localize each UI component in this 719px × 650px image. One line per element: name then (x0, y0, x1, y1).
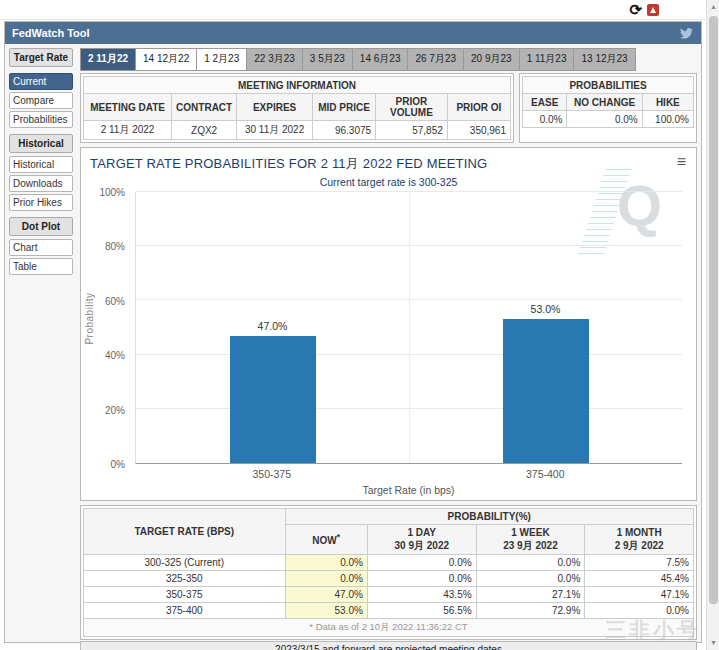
tab-meeting-7[interactable]: 20 9月23 (464, 48, 520, 71)
week-value: 27.1% (476, 587, 585, 603)
sidebar-header-dot-plot: Dot Plot (9, 217, 73, 236)
col-1day: 1 DAY30 9月 2022 (367, 525, 476, 555)
meeting-information-panel: MEETING INFORMATION MEETING DATE CONTRAC… (80, 73, 514, 143)
week-value: 72.9% (476, 603, 585, 619)
x-axis-labels: 350-375375-400 (135, 468, 682, 481)
col-1week: 1 WEEK23 9月 2022 (476, 525, 585, 555)
sidebar-item-historical[interactable]: Historical (9, 156, 73, 173)
refresh-icon[interactable]: ⟳ (629, 1, 642, 19)
y-tick-label: 40% (105, 350, 125, 361)
y-tick-label: 80% (105, 241, 125, 252)
no-change-value: 0.0% (567, 111, 642, 128)
contract-value: ZQX2 (172, 121, 237, 140)
sidebar-item-current[interactable]: Current (9, 73, 73, 90)
tab-meeting-2[interactable]: 1 2月23 (197, 48, 247, 71)
tab-meeting-5[interactable]: 14 6月23 (353, 48, 409, 71)
tab-meeting-4[interactable]: 3 5月23 (303, 48, 353, 71)
scroll-up-icon[interactable]: ▲ (707, 0, 719, 14)
ease-value: 0.0% (523, 111, 567, 128)
y-tick-label: 0% (111, 459, 125, 470)
table-row: 350-375 47.0% 43.5% 27.1% 47.1% (84, 587, 694, 603)
tab-meeting-0[interactable]: 2 11月22 (80, 48, 136, 71)
col-expires: EXPIRES (237, 94, 313, 121)
browser-toolbar: ⟳ (0, 0, 719, 20)
day-value: 56.5% (367, 603, 476, 619)
col-target-rate-bps: TARGET RATE (BPS) (84, 509, 286, 555)
vertical-gridline (409, 192, 410, 463)
app-title: FedWatch Tool (12, 27, 90, 39)
target-rate-header[interactable]: Target Rate (9, 48, 73, 67)
month-value: 7.5% (585, 555, 694, 571)
col-1month: 1 MONTH2 9月 2022 (585, 525, 694, 555)
sidebar-item-prior-hikes[interactable]: Prior Hikes (9, 194, 73, 211)
table-row: 300-325 (Current) 0.0% 0.0% 0.0% 7.5% (84, 555, 694, 571)
x-category-label: 375-400 (526, 468, 565, 480)
widget-titlebar: FedWatch Tool (5, 22, 701, 44)
scrollbar-thumb[interactable] (709, 16, 718, 604)
col-probability-group: PROBABILITY(%) (285, 509, 694, 525)
x-axis-title: Target Rate (in bps) (135, 484, 682, 496)
rate-label: 350-375 (84, 587, 286, 603)
now-value: 47.0% (285, 587, 367, 603)
tab-meeting-8[interactable]: 1 11月23 (520, 48, 575, 71)
expires-value: 30 11月 2022 (237, 121, 313, 140)
sidebar-item-probabilities[interactable]: Probabilities (9, 111, 73, 128)
month-value: 47.1% (585, 587, 694, 603)
twitter-icon[interactable] (679, 27, 694, 40)
chart-plot: 47.0%53.0% (135, 192, 682, 464)
month-value: 45.4% (585, 571, 694, 587)
fedwatch-widget: FedWatch Tool Target Rate 2 11月22 14 12月… (4, 21, 702, 643)
scroll-down-icon[interactable]: ▼ (707, 636, 719, 650)
col-no-change: NO CHANGE (567, 94, 642, 111)
probability-table: TARGET RATE (BPS) PROBABILITY(%) NOW* 1 … (83, 508, 694, 637)
col-meeting-date: MEETING DATE (84, 94, 172, 121)
table-footnote: * Data as of 2 10月 2022 11:36:22 CT (84, 619, 694, 637)
tab-meeting-6[interactable]: 26 7月23 (408, 48, 464, 71)
tab-meeting-3[interactable]: 22 3月23 (247, 48, 303, 71)
week-value: 0.0% (476, 571, 585, 587)
table-row: 375-400 53.0% 56.5% 72.9% 0.0% (84, 603, 694, 619)
mid-price-value: 96.3075 (312, 121, 375, 140)
now-value: 0.0% (285, 555, 367, 571)
probability-bar[interactable] (230, 336, 316, 463)
chart-title: TARGET RATE PROBABILITIES FOR 2 11月 2022… (81, 148, 696, 173)
col-mid-price: MID PRICE (312, 94, 375, 121)
x-category-label: 350-375 (252, 468, 291, 480)
col-prior-volume: PRIOR VOLUME (376, 94, 448, 121)
probabilities-summary-row: 0.0% 0.0% 100.0% (523, 111, 694, 128)
sidebar-item-table[interactable]: Table (9, 258, 73, 275)
meeting-date-value: 2 11月 2022 (84, 121, 172, 140)
meeting-tab-bar: Target Rate 2 11月22 14 12月22 1 2月23 22 3… (9, 48, 697, 71)
col-now: NOW* (285, 525, 367, 555)
tab-meeting-1[interactable]: 14 12月22 (136, 48, 197, 71)
meeting-information-table: MEETING INFORMATION MEETING DATE CONTRAC… (83, 76, 511, 140)
day-value: 0.0% (367, 555, 476, 571)
col-contract: CONTRACT (172, 94, 237, 121)
week-value: 0.0% (476, 555, 585, 571)
probability-bar[interactable] (503, 319, 589, 463)
probabilities-title: PROBABILITIES (523, 77, 694, 94)
sidebar: Current Compare Probabilities Historical… (9, 73, 73, 650)
meeting-info-row: 2 11月 2022 ZQX2 30 11月 2022 96.3075 57,8… (84, 121, 511, 140)
probability-table-panel: TARGET RATE (BPS) PROBABILITY(%) NOW* 1 … (80, 505, 697, 640)
month-value: 0.0% (585, 603, 694, 619)
pdf-icon[interactable] (647, 4, 659, 16)
day-value: 43.5% (367, 587, 476, 603)
sidebar-item-downloads[interactable]: Downloads (9, 175, 73, 192)
sidebar-item-chart[interactable]: Chart (9, 239, 73, 256)
y-tick-label: 20% (105, 404, 125, 415)
prior-volume-value: 57,852 (376, 121, 448, 140)
projected-dates-note: 2023/3/15 and forward are projected meet… (80, 641, 697, 650)
tab-meeting-9[interactable]: 13 12月23 (574, 48, 635, 71)
col-ease: EASE (523, 94, 567, 111)
page-scrollbar[interactable]: ▲ ▼ (706, 0, 719, 650)
chart-menu-icon[interactable]: ≡ (677, 156, 686, 168)
bar-value-label: 53.0% (531, 303, 561, 315)
sidebar-item-compare[interactable]: Compare (9, 92, 73, 109)
now-value: 0.0% (285, 571, 367, 587)
rate-label: 375-400 (84, 603, 286, 619)
table-row: 325-350 0.0% 0.0% 0.0% 45.4% (84, 571, 694, 587)
probabilities-summary-table: PROBABILITIES EASE NO CHANGE HIKE 0.0% 0… (522, 76, 694, 128)
now-value: 53.0% (285, 603, 367, 619)
col-prior-oi: PRIOR OI (447, 94, 510, 121)
